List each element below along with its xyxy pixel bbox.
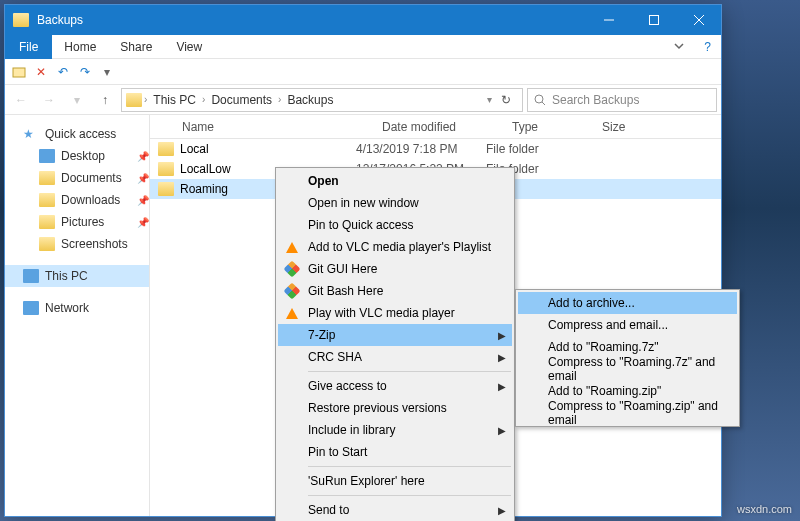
help-icon[interactable]: ? (694, 40, 721, 54)
titlebar[interactable]: Backups (5, 5, 721, 35)
close-button[interactable] (676, 5, 721, 35)
menu-item-git-gui[interactable]: Git GUI Here (278, 258, 512, 280)
menu-item-include-library[interactable]: Include in library▶ (278, 419, 512, 441)
search-placeholder: Search Backups (552, 93, 639, 107)
menu-separator (308, 495, 511, 496)
submenu-arrow-icon: ▶ (498, 505, 506, 516)
tab-file[interactable]: File (5, 35, 52, 59)
nav-up-button[interactable]: ↑ (93, 88, 117, 112)
ribbon-tabs: File Home Share View ? (5, 35, 721, 59)
chevron-right-icon[interactable]: › (202, 94, 205, 105)
star-icon: ★ (23, 127, 39, 141)
menu-item-vlc-play[interactable]: Play with VLC media player (278, 302, 512, 324)
minimize-button[interactable] (586, 5, 631, 35)
svg-rect-1 (13, 68, 25, 77)
chevron-right-icon[interactable]: › (278, 94, 281, 105)
folder-icon (126, 93, 142, 107)
tab-home[interactable]: Home (52, 35, 108, 59)
search-icon (534, 94, 546, 106)
sidebar-item-this-pc[interactable]: This PC (5, 265, 149, 287)
nav-back-button[interactable]: ← (9, 88, 33, 112)
submenu-arrow-icon: ▶ (498, 352, 506, 363)
ribbon-expand-icon[interactable] (664, 40, 694, 54)
address-row: ← → ▾ ↑ › This PC › Documents › Backups … (5, 85, 721, 115)
context-menu: Open Open in new window Pin to Quick acc… (275, 167, 515, 521)
new-folder-icon[interactable] (11, 64, 27, 80)
submenu-item-compress-zip-email[interactable]: Compress to "Roaming.zip" and email (518, 402, 737, 424)
menu-item-pin-quick-access[interactable]: Pin to Quick access (278, 214, 512, 236)
menu-separator (308, 466, 511, 467)
submenu-arrow-icon: ▶ (498, 330, 506, 341)
sidebar-item-downloads[interactable]: Downloads📌 (5, 189, 149, 211)
column-header-name[interactable]: Name (174, 120, 374, 134)
undo-icon[interactable]: ↶ (55, 64, 71, 80)
breadcrumb-backups[interactable]: Backups (283, 93, 337, 107)
vlc-icon (284, 305, 300, 321)
submenu-arrow-icon: ▶ (498, 381, 506, 392)
submenu-item-compress-7z-email[interactable]: Compress to "Roaming.7z" and email (518, 358, 737, 380)
qat-chevron-icon[interactable]: ▾ (99, 64, 115, 80)
folder-icon (158, 182, 174, 196)
menu-item-give-access[interactable]: Give access to▶ (278, 375, 512, 397)
column-header-date[interactable]: Date modified (374, 120, 504, 134)
context-submenu-7zip: Add to archive... Compress and email... … (515, 289, 740, 427)
window-title: Backups (37, 13, 586, 27)
submenu-item-add-archive[interactable]: Add to archive... (518, 292, 737, 314)
nav-recent-button[interactable]: ▾ (65, 88, 89, 112)
redo-icon[interactable]: ↷ (77, 64, 93, 80)
sidebar-item-network[interactable]: Network (5, 297, 149, 319)
folder-icon (39, 237, 55, 251)
sidebar-item-screenshots[interactable]: Screenshots (5, 233, 149, 255)
address-bar[interactable]: › This PC › Documents › Backups ▾ ↻ (121, 88, 523, 112)
menu-item-vlc-playlist[interactable]: Add to VLC media player's Playlist (278, 236, 512, 258)
sidebar-item-documents[interactable]: Documents📌 (5, 167, 149, 189)
pin-icon: 📌 (137, 217, 149, 228)
table-row[interactable]: Local 4/13/2019 7:18 PM File folder (150, 139, 721, 159)
folder-icon (158, 142, 174, 156)
column-header-type[interactable]: Type (504, 120, 594, 134)
pin-icon: 📌 (137, 151, 149, 162)
pin-icon: 📌 (137, 195, 149, 206)
menu-item-7zip[interactable]: 7-Zip▶ (278, 324, 512, 346)
vlc-icon (284, 239, 300, 255)
refresh-icon[interactable]: ↻ (494, 93, 518, 107)
desktop-icon (39, 149, 55, 163)
breadcrumb-documents[interactable]: Documents (207, 93, 276, 107)
sidebar-item-desktop[interactable]: Desktop📌 (5, 145, 149, 167)
menu-item-send-to[interactable]: Send to▶ (278, 499, 512, 521)
menu-separator (308, 371, 511, 372)
nav-forward-button[interactable]: → (37, 88, 61, 112)
submenu-item-compress-email[interactable]: Compress and email... (518, 314, 737, 336)
tab-view[interactable]: View (164, 35, 214, 59)
address-history-icon[interactable]: ▾ (487, 94, 492, 105)
delete-icon[interactable]: ✕ (33, 64, 49, 80)
folder-icon (39, 215, 55, 229)
svg-point-2 (535, 95, 543, 103)
menu-item-git-bash[interactable]: Git Bash Here (278, 280, 512, 302)
menu-item-pin-start[interactable]: Pin to Start (278, 441, 512, 463)
sidebar-item-quick-access[interactable]: ★Quick access (5, 123, 149, 145)
column-header-size[interactable]: Size (594, 120, 664, 134)
pc-icon (23, 269, 39, 283)
maximize-button[interactable] (631, 5, 676, 35)
network-icon (23, 301, 39, 315)
breadcrumb-this-pc[interactable]: This PC (149, 93, 200, 107)
watermark: wsxdn.com (737, 503, 792, 515)
pin-icon: 📌 (137, 173, 149, 184)
git-icon (284, 261, 300, 277)
menu-item-surun[interactable]: 'SuRun Explorer' here (278, 470, 512, 492)
menu-item-crc-sha[interactable]: CRC SHA▶ (278, 346, 512, 368)
chevron-right-icon[interactable]: › (144, 94, 147, 105)
folder-icon (158, 162, 174, 176)
sidebar-item-pictures[interactable]: Pictures📌 (5, 211, 149, 233)
folder-icon (13, 13, 29, 27)
navigation-pane: ★Quick access Desktop📌 Documents📌 Downlo… (5, 115, 150, 516)
folder-icon (39, 193, 55, 207)
menu-item-open[interactable]: Open (278, 170, 512, 192)
submenu-arrow-icon: ▶ (498, 425, 506, 436)
git-icon (284, 283, 300, 299)
menu-item-restore-previous[interactable]: Restore previous versions (278, 397, 512, 419)
search-input[interactable]: Search Backups (527, 88, 717, 112)
tab-share[interactable]: Share (108, 35, 164, 59)
menu-item-open-new-window[interactable]: Open in new window (278, 192, 512, 214)
